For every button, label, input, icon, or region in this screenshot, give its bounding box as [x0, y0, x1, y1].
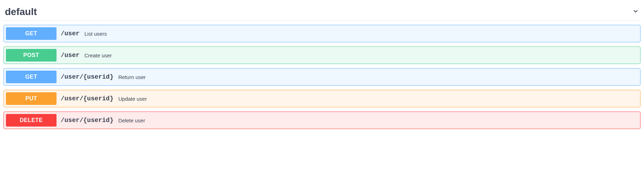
endpoint-description: Create user: [84, 52, 112, 58]
opblock-summary: GET /user List users: [4, 25, 640, 42]
method-badge: GET: [6, 27, 57, 40]
opblock-get-user[interactable]: GET /user List users: [3, 25, 641, 42]
endpoint-description: Update user: [118, 96, 147, 102]
opblock-delete-user-id[interactable]: DELETE /user/{userid} Delete user: [3, 112, 641, 129]
opblock-put-user-id[interactable]: PUT /user/{userid} Update user: [3, 90, 641, 107]
section-title: default: [5, 6, 37, 17]
opblock-summary: GET /user/{userid} Return user: [4, 69, 640, 85]
endpoint-description: Delete user: [118, 117, 145, 123]
endpoint-path: /user: [61, 30, 80, 37]
section-header[interactable]: default: [3, 3, 641, 21]
method-badge: GET: [6, 71, 57, 83]
method-badge: DELETE: [6, 114, 57, 127]
opblock-summary: POST /user Create user: [4, 47, 640, 64]
endpoint-path: /user/{userid}: [61, 73, 113, 80]
method-badge: PUT: [6, 92, 57, 105]
opblock-post-user[interactable]: POST /user Create user: [3, 46, 641, 64]
endpoint-description: List users: [84, 31, 107, 37]
endpoint-path: /user/{userid}: [61, 95, 113, 102]
endpoint-path: /user: [61, 52, 80, 59]
endpoint-description: Return user: [118, 74, 145, 80]
opblock-get-user-id[interactable]: GET /user/{userid} Return user: [3, 68, 641, 86]
method-badge: POST: [6, 49, 57, 62]
endpoint-path: /user/{userid}: [61, 117, 113, 124]
opblock-summary: PUT /user/{userid} Update user: [4, 90, 640, 107]
chevron-down-icon: [632, 8, 639, 16]
opblock-summary: DELETE /user/{userid} Delete user: [4, 112, 640, 129]
